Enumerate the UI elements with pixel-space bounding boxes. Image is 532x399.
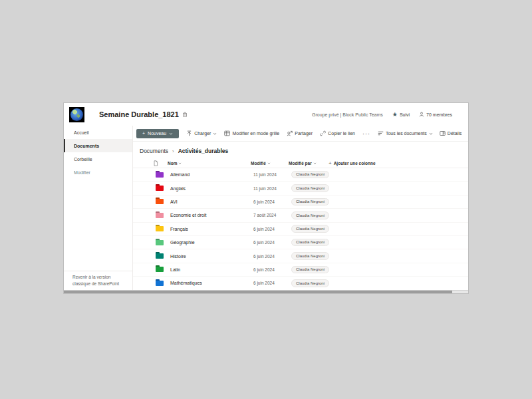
- table-row[interactable]: Latin 6 juin 2024 Claudia Negroni: [133, 263, 468, 277]
- folder-icon: [156, 240, 164, 245]
- modified-date: 7 août 2024: [253, 213, 291, 217]
- breadcrumb-documents[interactable]: Documents: [140, 148, 168, 154]
- add-column-label: Ajouter une colonne: [334, 161, 376, 166]
- table-row[interactable]: Allemand 11 juin 2024 Claudia Negroni: [133, 168, 468, 182]
- upload-button[interactable]: Charger: [186, 130, 217, 136]
- classic-sharepoint-link[interactable]: Revenir à la version classique de ShareP…: [64, 271, 132, 290]
- table-row[interactable]: Français 6 juin 2024 Claudia Negroni: [133, 223, 468, 236]
- upload-icon: [186, 130, 192, 136]
- modified-by-badge[interactable]: Claudia Negroni: [291, 239, 329, 247]
- modified-date: 11 juin 2024: [253, 186, 291, 191]
- table-header: Nom Modifié Modifié par + Ajouter une co…: [133, 159, 468, 168]
- file-type-column-icon[interactable]: [153, 160, 168, 166]
- chevron-down-icon: [178, 162, 182, 165]
- breadcrumb: Documents › Activités_durables: [133, 142, 468, 159]
- copy-link-button[interactable]: Copier le lien: [320, 130, 355, 136]
- document-list: Allemand 11 juin 2024 Claudia Negroni An…: [133, 168, 468, 290]
- members-button[interactable]: 70 membres: [419, 112, 452, 117]
- share-icon: [287, 130, 293, 136]
- folder-icon: [156, 199, 164, 204]
- view-selector[interactable]: Tous les documents: [378, 130, 433, 136]
- folder-icon: [156, 226, 164, 231]
- left-nav: Accueil Documents Corbeille Modifier Rev…: [64, 126, 133, 290]
- upload-label: Charger: [194, 131, 211, 136]
- folder-name[interactable]: Géographie: [170, 240, 253, 245]
- table-row[interactable]: Anglais 11 juin 2024 Claudia Negroni: [133, 182, 468, 195]
- follow-label: Suivi: [400, 112, 410, 117]
- folder-icon: [156, 172, 164, 178]
- modified-by-badge[interactable]: Claudia Negroni: [291, 279, 329, 287]
- breadcrumb-separator: ›: [172, 148, 174, 154]
- modified-date: 6 juin 2024: [253, 254, 291, 259]
- folder-name[interactable]: Histoire: [170, 254, 253, 259]
- folder-name[interactable]: Français: [170, 227, 253, 231]
- breadcrumb-current-folder: Activités_durables: [178, 148, 229, 154]
- chevron-down-icon: [213, 132, 217, 136]
- site-logo[interactable]: [69, 107, 84, 122]
- chevron-down-icon: [267, 162, 271, 165]
- sidebar-item-corbeille[interactable]: Corbeille: [64, 152, 132, 166]
- command-bar: + Nouveau Charger Modifier en mode grill…: [133, 126, 468, 142]
- main-content: + Nouveau Charger Modifier en mode grill…: [133, 126, 468, 290]
- members-label: 70 membres: [426, 112, 452, 117]
- modified-by-badge[interactable]: Claudia Negroni: [291, 252, 329, 260]
- more-actions-button[interactable]: ···: [362, 130, 370, 137]
- follow-button[interactable]: ★ Suivi: [392, 112, 410, 118]
- new-button[interactable]: + Nouveau: [136, 129, 179, 138]
- details-button[interactable]: Détails: [440, 130, 462, 136]
- column-name-label: Nom: [168, 161, 177, 166]
- table-row[interactable]: Géographie 6 juin 2024 Claudia Negroni: [133, 236, 468, 249]
- chevron-down-icon: [169, 132, 173, 136]
- site-header: Semaine Durable_1821 Groupe privé | Bloc…: [64, 103, 468, 126]
- column-header-name[interactable]: Nom: [168, 161, 251, 166]
- folder-name[interactable]: Anglais: [170, 186, 253, 191]
- star-icon: ★: [392, 112, 398, 118]
- folder-name[interactable]: Allemand: [170, 172, 253, 177]
- table-row[interactable]: AVI 6 juin 2024 Claudia Negroni: [133, 196, 468, 209]
- globe-icon: [70, 108, 83, 121]
- sidebar-item-modifier[interactable]: Modifier: [64, 166, 132, 179]
- chevron-down-icon: [313, 162, 317, 165]
- modified-by-badge[interactable]: Claudia Negroni: [291, 266, 329, 274]
- modified-by-badge[interactable]: Claudia Negroni: [291, 198, 329, 206]
- column-modified-by-label: Modifié par: [289, 161, 312, 166]
- share-label: Partager: [295, 131, 313, 136]
- site-title[interactable]: Semaine Durable_1821: [99, 110, 179, 118]
- column-modified-label: Modifié: [251, 161, 266, 166]
- sidebar-item-accueil[interactable]: Accueil: [64, 126, 132, 139]
- folder-name[interactable]: Mathématiques: [170, 281, 253, 285]
- grid-icon: [224, 130, 230, 136]
- copy-link-label: Copier le lien: [328, 131, 355, 136]
- column-header-modified[interactable]: Modifié: [251, 161, 289, 166]
- modified-date: 11 juin 2024: [253, 172, 291, 177]
- modified-by-badge[interactable]: Claudia Negroni: [291, 225, 329, 233]
- scrollbar-thumb[interactable]: [64, 291, 452, 293]
- table-row[interactable]: Mathématiques 6 juin 2024 Claudia Negron…: [133, 277, 468, 290]
- add-column-button[interactable]: + Ajouter une colonne: [329, 160, 376, 166]
- modified-date: 6 juin 2024: [253, 200, 291, 204]
- sidebar-item-documents[interactable]: Documents: [64, 139, 132, 152]
- folder-name[interactable]: Economie et droit: [170, 213, 253, 217]
- view-selector-label: Tous les documents: [386, 131, 427, 136]
- link-icon: [320, 130, 326, 136]
- modified-date: 6 juin 2024: [253, 267, 291, 272]
- folder-name[interactable]: AVI: [170, 200, 253, 204]
- share-button[interactable]: Partager: [287, 130, 313, 136]
- plus-icon: +: [329, 160, 332, 166]
- modified-date: 6 juin 2024: [253, 281, 291, 285]
- new-button-label: Nouveau: [148, 131, 166, 136]
- horizontal-scrollbar[interactable]: [64, 290, 468, 293]
- grid-edit-button[interactable]: Modifier en mode grille: [224, 130, 279, 136]
- modified-by-badge[interactable]: Claudia Negroni: [291, 211, 329, 219]
- column-header-modified-by[interactable]: Modifié par: [289, 161, 329, 166]
- table-row[interactable]: Histoire 6 juin 2024 Claudia Negroni: [133, 249, 468, 263]
- group-privacy-label: Groupe privé | Block Public Teams: [312, 112, 383, 117]
- modified-date: 6 juin 2024: [253, 240, 291, 245]
- modified-by-badge[interactable]: Claudia Negroni: [291, 184, 329, 192]
- details-pane-icon: [440, 130, 446, 136]
- folder-icon: [156, 281, 164, 286]
- table-row[interactable]: Economie et droit 7 août 2024 Claudia Ne…: [133, 209, 468, 222]
- folder-name[interactable]: Latin: [170, 267, 253, 272]
- modified-by-badge[interactable]: Claudia Negroni: [291, 171, 329, 179]
- site-badge-icon: [182, 112, 188, 117]
